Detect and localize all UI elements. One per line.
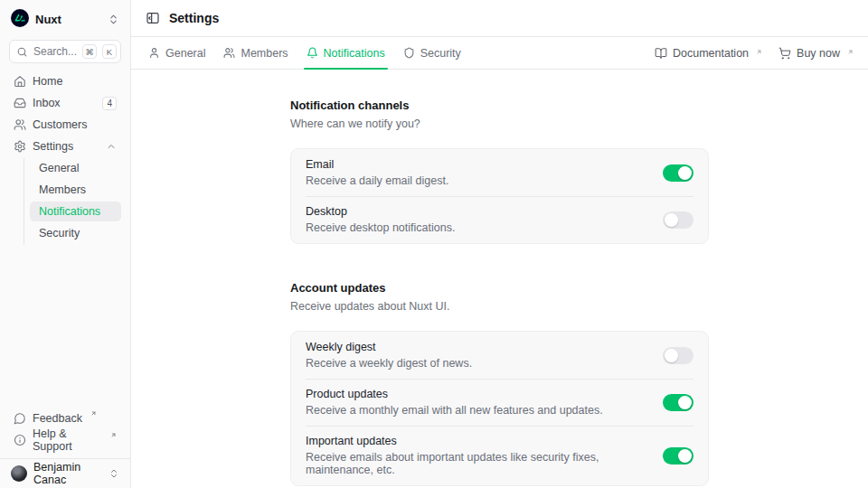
sidebar-item-label: Home xyxy=(33,75,62,88)
weekly-digest-toggle[interactable] xyxy=(663,347,693,364)
setting-description: Receive emails about important updates l… xyxy=(306,451,645,476)
inbox-count-badge: 4 xyxy=(102,97,117,110)
setting-description: Receive a daily email digest. xyxy=(306,174,645,187)
setting-title: Product updates xyxy=(306,388,645,400)
page-header: Settings xyxy=(131,0,868,37)
setting-title: Weekly digest xyxy=(306,341,645,353)
sidebar-item-label: General xyxy=(39,162,79,174)
sidebar-item-label: Help & Support xyxy=(33,427,102,453)
tab-label: General xyxy=(165,47,205,60)
collapse-sidebar-icon[interactable] xyxy=(146,11,160,25)
app-window: Nuxt Search... ⌘ K Home xyxy=(0,0,868,488)
avatar xyxy=(11,465,27,482)
chevrons-up-down-icon xyxy=(108,468,119,479)
tab-notifications[interactable]: Notifications xyxy=(304,37,388,69)
sidebar: Nuxt Search... ⌘ K Home xyxy=(0,0,131,488)
tab-label: Security xyxy=(420,47,461,60)
tab-members[interactable]: Members xyxy=(221,37,290,69)
settings-tabbar: General Members Notifications Security xyxy=(131,37,868,70)
setting-title: Email xyxy=(306,158,645,171)
action-label: Documentation xyxy=(673,47,749,60)
tab-label: Notifications xyxy=(324,47,385,60)
user-icon xyxy=(148,47,160,59)
documentation-link[interactable]: Documentation xyxy=(655,47,762,60)
sidebar-item-settings[interactable]: Settings xyxy=(9,136,121,156)
buy-now-link[interactable]: Buy now xyxy=(778,47,854,60)
search-placeholder: Search... xyxy=(33,45,77,58)
settings-content: Notification channels Where can we notif… xyxy=(131,70,868,488)
external-link-icon xyxy=(90,410,97,417)
email-toggle[interactable] xyxy=(663,164,693,182)
tab-security[interactable]: Security xyxy=(401,37,464,69)
sidebar-item-inbox[interactable]: Inbox 4 xyxy=(9,93,121,113)
sidebar-item-security[interactable]: Security xyxy=(30,223,121,243)
setting-row-email: Email Receive a daily email digest. xyxy=(291,149,708,196)
kbd-meta: ⌘ xyxy=(82,44,97,59)
team-switcher[interactable]: Nuxt xyxy=(0,0,130,37)
sidebar-footer: Feedback Help & Support xyxy=(0,408,130,458)
bell-icon xyxy=(307,47,318,59)
desktop-toggle[interactable] xyxy=(663,211,693,229)
kbd-k: K xyxy=(102,44,117,59)
sidebar-item-help-support[interactable]: Help & Support xyxy=(9,430,121,450)
sidebar-nav: Home Inbox 4 Customers Settings xyxy=(0,71,130,247)
message-circle-icon xyxy=(14,412,26,425)
setting-row-desktop: Desktop Receive desktop notifications. xyxy=(291,196,708,243)
book-open-icon xyxy=(655,47,667,60)
nuxt-logo-icon xyxy=(11,9,29,30)
settings-submenu: General Members Notifications Security xyxy=(24,158,121,245)
user-menu[interactable]: Benjamin Canac xyxy=(0,458,130,488)
action-label: Buy now xyxy=(797,47,840,60)
sidebar-item-label: Customers xyxy=(33,118,87,131)
setting-row-important-updates: Important updates Receive emails about i… xyxy=(291,426,708,485)
setting-row-product-updates: Product updates Receive a monthly email … xyxy=(291,379,708,426)
external-link-icon xyxy=(756,49,762,55)
sidebar-item-label: Feedback xyxy=(33,412,82,425)
section-subtitle: Where can we notify you? xyxy=(290,117,709,130)
chevrons-up-down-icon xyxy=(108,14,119,25)
setting-description: Receive a monthly email with all new fea… xyxy=(306,404,645,417)
inbox-icon xyxy=(14,97,26,109)
header-actions: Documentation Buy now xyxy=(655,37,854,69)
notification-channels-card: Email Receive a daily email digest. Desk… xyxy=(290,148,709,244)
setting-row-weekly-digest: Weekly digest Receive a weekly digest of… xyxy=(291,332,708,379)
sidebar-item-customers[interactable]: Customers xyxy=(9,115,121,135)
section-title: Account updates xyxy=(290,281,709,295)
sidebar-item-members[interactable]: Members xyxy=(30,180,121,200)
setting-description: Receive a weekly digest of news. xyxy=(306,357,645,370)
sidebar-item-notifications[interactable]: Notifications xyxy=(30,202,121,221)
section-account-updates: Account updates Receive updates about Nu… xyxy=(290,281,709,486)
sidebar-item-label: Inbox xyxy=(33,97,61,109)
tab-label: Members xyxy=(241,47,288,60)
sidebar-item-home[interactable]: Home xyxy=(9,71,121,91)
gear-icon xyxy=(14,140,26,153)
product-updates-toggle[interactable] xyxy=(663,394,693,411)
sidebar-item-label: Notifications xyxy=(39,205,100,218)
page-title: Settings xyxy=(169,11,219,25)
important-updates-toggle[interactable] xyxy=(663,447,693,465)
users-icon xyxy=(14,118,26,131)
search-icon xyxy=(16,46,28,58)
sidebar-item-label: Security xyxy=(39,227,80,239)
account-updates-card: Weekly digest Receive a weekly digest of… xyxy=(290,331,709,486)
info-circle-icon xyxy=(14,434,26,446)
user-name: Benjamin Canac xyxy=(33,461,102,486)
search-input[interactable]: Search... ⌘ K xyxy=(9,40,121,63)
setting-title: Desktop xyxy=(306,205,645,218)
setting-title: Important updates xyxy=(306,435,645,447)
sidebar-item-general[interactable]: General xyxy=(30,158,121,178)
sidebar-item-label: Settings xyxy=(33,140,73,153)
external-link-icon xyxy=(847,49,854,55)
section-title: Notification channels xyxy=(290,99,709,112)
users-icon xyxy=(223,47,235,59)
setting-description: Receive desktop notifications. xyxy=(306,221,645,234)
main-panel: Settings General Members Notifications xyxy=(131,0,868,488)
team-name: Nuxt xyxy=(35,13,61,26)
tab-general[interactable]: General xyxy=(146,37,208,69)
sidebar-item-feedback[interactable]: Feedback xyxy=(9,408,121,428)
section-subtitle: Receive updates about Nuxt UI. xyxy=(290,300,709,313)
sidebar-item-label: Members xyxy=(39,183,86,196)
shield-icon xyxy=(403,47,415,59)
chevron-up-icon xyxy=(106,141,117,152)
shopping-cart-icon xyxy=(778,47,791,60)
